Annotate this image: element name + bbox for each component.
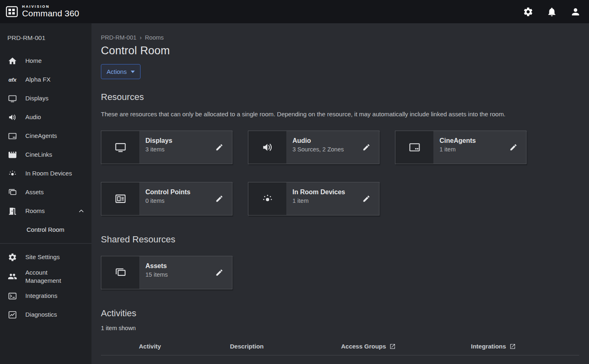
chevron-up-icon xyxy=(78,207,85,215)
column-header-label: Integrations xyxy=(471,343,506,350)
card-subtitle: 15 items xyxy=(145,271,214,278)
integrations-open-button[interactable] xyxy=(509,343,516,350)
card-body: Control Points 0 items xyxy=(139,182,214,215)
card-body: Assets 15 items xyxy=(139,256,214,289)
in-room-devices-icon xyxy=(248,182,286,215)
sidebar-item-cinelinks[interactable]: CineLinks xyxy=(0,145,91,164)
column-header-access-groups: Access Groups xyxy=(341,343,471,350)
sidebar-item-cineagents[interactable]: CineAgents xyxy=(0,127,91,145)
brand: HAIVISION Command 360 xyxy=(6,5,79,18)
notifications-button[interactable] xyxy=(545,5,559,19)
sidebar-item-label: Rooms xyxy=(25,207,45,215)
sidebar-item-site-settings[interactable]: Site Settings xyxy=(0,248,91,266)
home-icon xyxy=(8,56,17,66)
shared-resources-card-grid: Assets 15 items xyxy=(101,256,579,289)
pencil-icon xyxy=(215,143,223,151)
sidebar-item-rooms[interactable]: Rooms xyxy=(0,202,91,220)
gear-icon xyxy=(8,253,17,262)
column-header-label: Access Groups xyxy=(341,343,386,350)
breadcrumb-current[interactable]: Rooms xyxy=(145,34,164,41)
haivision-logo-icon xyxy=(6,6,18,17)
edit-control-points-button[interactable] xyxy=(214,193,225,204)
edit-displays-button[interactable] xyxy=(214,142,225,153)
audio-icon xyxy=(248,131,286,164)
external-link-icon xyxy=(509,343,516,350)
sidebar-divider xyxy=(0,243,91,244)
brand-name: HAIVISION xyxy=(22,5,79,9)
shared-card-assets: Assets 15 items xyxy=(101,256,232,289)
resource-card-in-room-devices: In Room Devices 1 item xyxy=(248,182,379,215)
card-title: Assets xyxy=(145,262,214,270)
sidebar-item-label: Integrations xyxy=(25,292,57,300)
sidebar-item-label: CineLinks xyxy=(25,151,52,159)
sidebar-site-title: PRD-RM-001 xyxy=(0,23,91,51)
sidebar-item-label: Account Management xyxy=(25,269,74,284)
account-button[interactable] xyxy=(569,5,582,19)
sidebar: PRD-RM-001 Home αfx Alpha FX Displays Au… xyxy=(0,23,91,364)
sidebar-item-integrations[interactable]: Integrations xyxy=(0,286,91,305)
sidebar-item-label: Displays xyxy=(25,94,49,102)
card-subtitle: 3 items xyxy=(145,146,214,153)
sidebar-item-in-room-devices[interactable]: In Room Devices xyxy=(0,164,91,183)
sidebar-item-displays[interactable]: Displays xyxy=(0,89,91,108)
pencil-icon xyxy=(215,269,223,277)
card-body: Audio 3 Sources, 2 Zones xyxy=(286,131,361,164)
breadcrumb-parent[interactable]: PRD-RM-001 xyxy=(101,34,136,41)
sidebar-item-alpha-fx[interactable]: αfx Alpha FX xyxy=(0,70,91,89)
shared-resources-heading: Shared Resources xyxy=(101,234,579,245)
sidebar-nav: Home αfx Alpha FX Displays Audio CineAge… xyxy=(0,51,91,324)
card-subtitle: 3 Sources, 2 Zones xyxy=(292,146,361,153)
top-bar: HAIVISION Command 360 xyxy=(0,0,589,23)
actions-button-label: Actions xyxy=(107,68,127,75)
card-title: Control Points xyxy=(145,189,214,196)
column-header-activity: Activity xyxy=(139,343,230,350)
main-content: PRD-RM-001 › Rooms Control Room Actions … xyxy=(91,23,589,364)
pencil-icon xyxy=(362,195,370,203)
access-groups-open-button[interactable] xyxy=(389,343,396,350)
sidebar-item-label: In Room Devices xyxy=(25,169,72,178)
edit-in-room-devices-button[interactable] xyxy=(361,193,372,204)
pencil-icon xyxy=(362,143,370,151)
pencil-icon xyxy=(509,143,518,151)
sidebar-item-label: Audio xyxy=(25,113,41,121)
actions-button[interactable]: Actions xyxy=(101,64,141,79)
resources-card-grid: Displays 3 items Audio 3 Sources, 2 Zone… xyxy=(101,131,579,215)
sidebar-item-label: Control Room xyxy=(27,226,65,234)
gear-icon xyxy=(523,7,533,17)
sidebar-item-control-room[interactable]: Control Room xyxy=(0,220,91,239)
sidebar-item-label: Diagnostics xyxy=(25,311,57,319)
resource-card-cineagents: CineAgents 1 item xyxy=(395,131,527,164)
cinelinks-icon xyxy=(8,150,17,160)
resource-card-audio: Audio 3 Sources, 2 Zones xyxy=(248,131,379,164)
bell-icon xyxy=(547,7,557,17)
column-header-description: Description xyxy=(230,343,341,350)
diagnostics-icon xyxy=(8,310,17,320)
people-icon xyxy=(8,272,17,281)
card-subtitle: 1 item xyxy=(292,198,361,204)
in-room-devices-icon xyxy=(8,169,17,178)
sidebar-item-label: CineAgents xyxy=(25,132,57,140)
sidebar-item-account-management[interactable]: Account Management xyxy=(0,266,91,286)
settings-button[interactable] xyxy=(521,5,535,19)
activities-heading: Activities xyxy=(101,308,579,319)
edit-cineagents-button[interactable] xyxy=(508,142,519,153)
card-subtitle: 0 items xyxy=(145,198,214,204)
assets-icon xyxy=(8,188,17,197)
rooms-icon xyxy=(8,206,17,216)
sidebar-item-label: Site Settings xyxy=(25,253,60,261)
resource-card-control-points: Control Points 0 items xyxy=(101,182,232,215)
edit-assets-button[interactable] xyxy=(214,267,225,278)
terminal-icon xyxy=(8,291,17,301)
activities-table-header: Activity Description Access Groups Integ… xyxy=(101,340,579,355)
display-icon xyxy=(8,94,17,103)
assets-icon xyxy=(101,256,139,289)
sidebar-item-assets[interactable]: Assets xyxy=(0,183,91,202)
sidebar-item-audio[interactable]: Audio xyxy=(0,108,91,127)
sidebar-item-diagnostics[interactable]: Diagnostics xyxy=(0,305,91,324)
resources-description: These are resources that can only be all… xyxy=(101,109,570,119)
sidebar-item-home[interactable]: Home xyxy=(0,51,91,70)
brand-text: HAIVISION Command 360 xyxy=(22,5,79,18)
column-header-integrations: Integrations xyxy=(471,343,579,350)
cineagents-icon xyxy=(8,131,17,141)
edit-audio-button[interactable] xyxy=(361,142,372,153)
